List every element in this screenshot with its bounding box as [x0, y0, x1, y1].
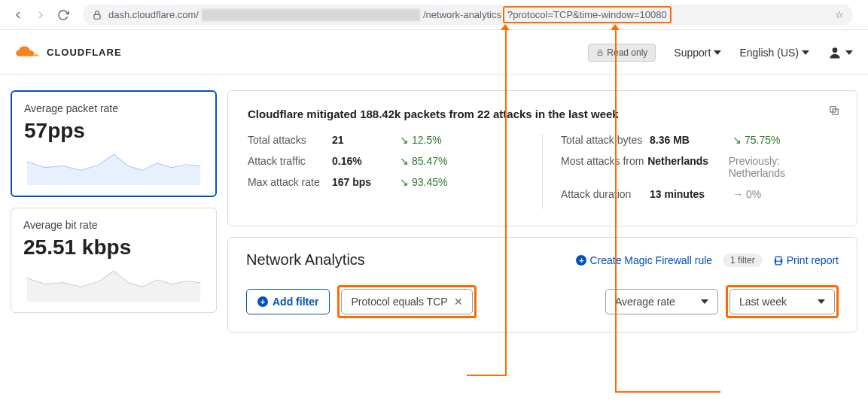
summary-card: Cloudflare mitigated 188.42k packets fro…: [227, 90, 857, 226]
filter-chip-protocol[interactable]: Protocol equals TCP ✕: [341, 289, 472, 314]
stat-label: Attack traffic: [248, 155, 332, 167]
plus-circle-icon: +: [257, 296, 268, 307]
stat-change: ↘ 12.5%: [400, 134, 442, 146]
browser-toolbar: dash.cloudflare.com/ /network-analytics …: [0, 0, 868, 30]
create-firewall-rule-link[interactable]: +Create Magic Firewall rule: [576, 254, 712, 266]
language-dropdown[interactable]: English (US): [739, 47, 809, 59]
lock-icon: [92, 10, 102, 20]
stat-label: Most attacks from: [561, 155, 647, 167]
user-menu[interactable]: [827, 45, 853, 60]
card-value: 57pps: [24, 119, 203, 143]
brand-text: CLOUDFLARE: [47, 47, 122, 58]
add-filter-button[interactable]: +Add filter: [246, 289, 330, 314]
stat-change: ↘ 85.47%: [400, 155, 447, 167]
svg-rect-0: [94, 14, 100, 19]
url-text: dash.cloudflare.com/ /network-analytics …: [108, 6, 672, 23]
stat-change: ↘ 93.45%: [400, 176, 447, 188]
svg-rect-1: [598, 52, 602, 55]
cloudflare-cloud-icon: [15, 44, 42, 61]
card-value: 25.51 kbps: [23, 235, 204, 260]
stat-value: 0.16%: [332, 155, 400, 167]
bookmark-star-icon[interactable]: ☆: [835, 9, 844, 20]
annotation-arrow: [615, 391, 720, 393]
stat-attack-duration: Attack duration 13 minutes → 0%: [561, 188, 837, 200]
copy-icon[interactable]: [828, 105, 840, 120]
app-header: CLOUDFLARE Read only Support English (US…: [0, 30, 868, 75]
stat-change: → 0%: [732, 188, 761, 200]
cloudflare-logo[interactable]: CLOUDFLARE: [15, 44, 122, 61]
stat-value: Netherlands: [647, 155, 728, 167]
analytics-title: Network Analytics: [246, 251, 365, 269]
print-icon: [773, 255, 784, 266]
chevron-down-icon: [818, 299, 825, 304]
card-label: Average bit rate: [23, 219, 204, 231]
summary-title: Cloudflare mitigated 188.42k packets fro…: [248, 108, 837, 120]
chevron-down-icon: [701, 299, 708, 304]
stat-label: Attack duration: [561, 188, 650, 200]
stat-change: ↘ 75.75%: [732, 134, 780, 146]
filter-chip-highlight: Protocol equals TCP ✕: [337, 285, 476, 318]
plus-circle-icon: +: [576, 255, 586, 266]
sparkline-chart: [23, 266, 204, 302]
sparkline-chart: [24, 149, 203, 185]
reload-button[interactable]: [54, 6, 72, 24]
filter-count-badge: 1 filter: [723, 254, 763, 267]
forward-button[interactable]: [32, 6, 50, 24]
card-label: Average packet rate: [24, 102, 203, 114]
svg-rect-5: [775, 261, 781, 265]
annotation-arrow: [467, 375, 507, 376]
network-analytics-card: Network Analytics +Create Magic Firewall…: [227, 237, 857, 332]
stat-value: 8.36 MB: [650, 134, 732, 146]
stat-value: 21: [332, 134, 400, 146]
time-window-select[interactable]: Last week: [729, 289, 835, 314]
chevron-down-icon: [845, 50, 853, 55]
user-icon: [827, 45, 842, 60]
stat-total-attacks: Total attacks 21 ↘ 12.5%: [248, 134, 524, 146]
stat-most-attacks-from: Most attacks from Netherlands Previously…: [561, 155, 837, 179]
bit-rate-card[interactable]: Average bit rate 25.51 kbps: [11, 208, 217, 313]
stat-value: 167 bps: [332, 176, 400, 188]
stat-value: 13 minutes: [650, 188, 732, 200]
stat-total-attack-bytes: Total attack bytes 8.36 MB ↘ 75.75%: [561, 134, 837, 146]
stat-label: Max attack rate: [248, 176, 332, 188]
support-dropdown[interactable]: Support: [674, 47, 721, 59]
chevron-down-icon: [802, 50, 809, 55]
stat-label: Total attack bytes: [561, 134, 650, 146]
lock-icon: [596, 49, 604, 56]
time-select-highlight: Last week: [726, 285, 839, 318]
print-report-link[interactable]: Print report: [773, 254, 839, 266]
readonly-badge: Read only: [588, 44, 656, 62]
stat-attack-traffic: Attack traffic 0.16% ↘ 85.47%: [248, 155, 524, 167]
svg-point-2: [833, 47, 838, 53]
back-button[interactable]: [9, 6, 27, 24]
chevron-down-icon: [714, 50, 721, 55]
address-bar[interactable]: dash.cloudflare.com/ /network-analytics …: [83, 5, 853, 26]
stat-change: Previously: Netherlands: [729, 155, 837, 179]
stat-label: Total attacks: [248, 134, 332, 146]
url-query-highlight: ?protocol=TCP&time-window=10080: [503, 6, 672, 23]
rate-select[interactable]: Average rate: [605, 289, 718, 314]
packet-rate-card[interactable]: Average packet rate 57pps: [11, 90, 217, 197]
remove-filter-icon[interactable]: ✕: [454, 296, 463, 308]
stat-max-attack-rate: Max attack rate 167 bps ↘ 93.45%: [248, 176, 524, 188]
